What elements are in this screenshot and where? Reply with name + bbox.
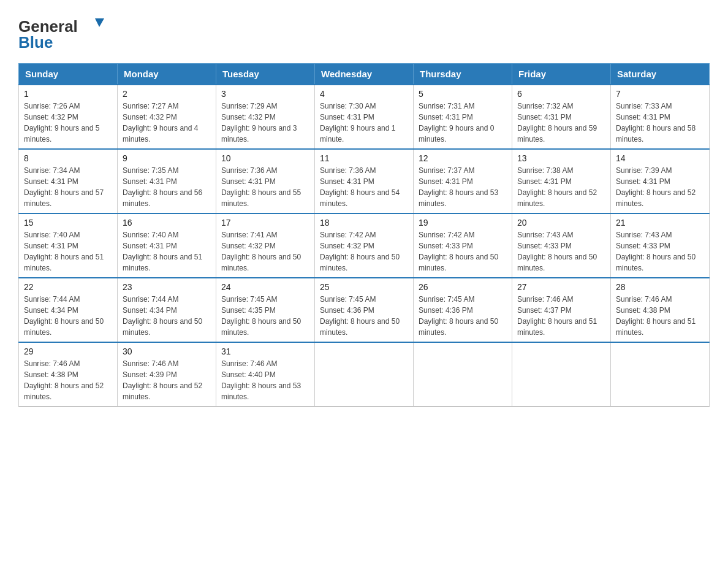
calendar-cell: 21Sunrise: 7:43 AMSunset: 4:33 PMDayligh… bbox=[611, 213, 710, 278]
day-info: Sunrise: 7:26 AMSunset: 4:32 PMDaylight:… bbox=[24, 101, 112, 145]
calendar-cell: 22Sunrise: 7:44 AMSunset: 4:34 PMDayligh… bbox=[19, 278, 118, 342]
day-number: 13 bbox=[517, 153, 605, 163]
day-number: 6 bbox=[517, 89, 605, 99]
calendar-cell: 24Sunrise: 7:45 AMSunset: 4:35 PMDayligh… bbox=[216, 278, 315, 342]
calendar-cell: 11Sunrise: 7:36 AMSunset: 4:31 PMDayligh… bbox=[315, 149, 414, 213]
day-info: Sunrise: 7:39 AMSunset: 4:31 PMDaylight:… bbox=[616, 165, 704, 209]
day-number: 17 bbox=[221, 218, 309, 228]
col-header-tuesday: Tuesday bbox=[216, 64, 315, 85]
calendar-header-row: SundayMondayTuesdayWednesdayThursdayFrid… bbox=[19, 64, 710, 85]
day-info: Sunrise: 7:37 AMSunset: 4:31 PMDaylight:… bbox=[419, 165, 507, 209]
col-header-saturday: Saturday bbox=[611, 64, 710, 85]
page-header: General Blue bbox=[18, 12, 710, 52]
calendar-cell: 13Sunrise: 7:38 AMSunset: 4:31 PMDayligh… bbox=[512, 149, 611, 213]
day-number: 18 bbox=[320, 218, 408, 228]
svg-marker-1 bbox=[95, 18, 104, 27]
week-row-5: 29Sunrise: 7:46 AMSunset: 4:38 PMDayligh… bbox=[19, 342, 710, 407]
logo-svg: General Blue bbox=[18, 12, 104, 52]
day-info: Sunrise: 7:30 AMSunset: 4:31 PMDaylight:… bbox=[320, 101, 408, 145]
day-number: 4 bbox=[320, 89, 408, 99]
col-header-friday: Friday bbox=[512, 64, 611, 85]
calendar-cell: 16Sunrise: 7:40 AMSunset: 4:31 PMDayligh… bbox=[118, 213, 216, 278]
day-info: Sunrise: 7:46 AMSunset: 4:38 PMDaylight:… bbox=[616, 294, 704, 338]
day-number: 29 bbox=[24, 347, 112, 356]
day-number: 16 bbox=[123, 218, 211, 228]
calendar-cell: 15Sunrise: 7:40 AMSunset: 4:31 PMDayligh… bbox=[19, 213, 118, 278]
calendar-cell: 5Sunrise: 7:31 AMSunset: 4:31 PMDaylight… bbox=[414, 85, 512, 149]
day-info: Sunrise: 7:35 AMSunset: 4:31 PMDaylight:… bbox=[123, 165, 211, 209]
calendar-cell: 20Sunrise: 7:43 AMSunset: 4:33 PMDayligh… bbox=[512, 213, 611, 278]
day-info: Sunrise: 7:46 AMSunset: 4:40 PMDaylight:… bbox=[221, 358, 309, 402]
day-number: 30 bbox=[123, 347, 211, 356]
calendar-cell: 12Sunrise: 7:37 AMSunset: 4:31 PMDayligh… bbox=[414, 149, 512, 213]
calendar-cell: 7Sunrise: 7:33 AMSunset: 4:31 PMDaylight… bbox=[611, 85, 710, 149]
day-info: Sunrise: 7:38 AMSunset: 4:31 PMDaylight:… bbox=[517, 165, 605, 209]
day-info: Sunrise: 7:36 AMSunset: 4:31 PMDaylight:… bbox=[221, 165, 309, 209]
day-info: Sunrise: 7:40 AMSunset: 4:31 PMDaylight:… bbox=[24, 229, 112, 274]
calendar-cell: 23Sunrise: 7:44 AMSunset: 4:34 PMDayligh… bbox=[118, 278, 216, 342]
day-info: Sunrise: 7:34 AMSunset: 4:31 PMDaylight:… bbox=[24, 165, 112, 209]
day-info: Sunrise: 7:40 AMSunset: 4:31 PMDaylight:… bbox=[123, 229, 211, 274]
day-number: 19 bbox=[419, 218, 507, 228]
day-number: 10 bbox=[221, 153, 309, 163]
day-number: 20 bbox=[517, 218, 605, 228]
day-number: 15 bbox=[24, 218, 112, 228]
col-header-sunday: Sunday bbox=[19, 64, 118, 85]
calendar-cell: 25Sunrise: 7:45 AMSunset: 4:36 PMDayligh… bbox=[315, 278, 414, 342]
day-info: Sunrise: 7:43 AMSunset: 4:33 PMDaylight:… bbox=[517, 229, 605, 274]
day-info: Sunrise: 7:46 AMSunset: 4:37 PMDaylight:… bbox=[517, 294, 605, 338]
day-info: Sunrise: 7:45 AMSunset: 4:35 PMDaylight:… bbox=[221, 294, 309, 338]
calendar-cell: 31Sunrise: 7:46 AMSunset: 4:40 PMDayligh… bbox=[216, 342, 315, 407]
day-info: Sunrise: 7:27 AMSunset: 4:32 PMDaylight:… bbox=[123, 101, 211, 145]
day-info: Sunrise: 7:33 AMSunset: 4:31 PMDaylight:… bbox=[616, 101, 704, 145]
calendar-cell bbox=[315, 342, 414, 407]
calendar-cell: 8Sunrise: 7:34 AMSunset: 4:31 PMDaylight… bbox=[19, 149, 118, 213]
day-number: 27 bbox=[517, 282, 605, 292]
day-info: Sunrise: 7:29 AMSunset: 4:32 PMDaylight:… bbox=[221, 101, 309, 145]
day-info: Sunrise: 7:44 AMSunset: 4:34 PMDaylight:… bbox=[24, 294, 112, 338]
day-number: 25 bbox=[320, 282, 408, 292]
day-info: Sunrise: 7:42 AMSunset: 4:32 PMDaylight:… bbox=[320, 229, 408, 274]
calendar-cell: 2Sunrise: 7:27 AMSunset: 4:32 PMDaylight… bbox=[118, 85, 216, 149]
day-number: 1 bbox=[24, 89, 112, 99]
calendar-table: SundayMondayTuesdayWednesdayThursdayFrid… bbox=[18, 63, 710, 407]
day-number: 12 bbox=[419, 153, 507, 163]
svg-text:Blue: Blue bbox=[18, 33, 53, 52]
calendar-cell: 3Sunrise: 7:29 AMSunset: 4:32 PMDaylight… bbox=[216, 85, 315, 149]
day-number: 28 bbox=[616, 282, 704, 292]
day-info: Sunrise: 7:31 AMSunset: 4:31 PMDaylight:… bbox=[419, 101, 507, 145]
day-info: Sunrise: 7:45 AMSunset: 4:36 PMDaylight:… bbox=[320, 294, 408, 338]
day-info: Sunrise: 7:41 AMSunset: 4:32 PMDaylight:… bbox=[221, 229, 309, 274]
day-info: Sunrise: 7:46 AMSunset: 4:39 PMDaylight:… bbox=[123, 358, 211, 402]
day-number: 11 bbox=[320, 153, 408, 163]
day-info: Sunrise: 7:42 AMSunset: 4:33 PMDaylight:… bbox=[419, 229, 507, 274]
calendar-cell bbox=[611, 342, 710, 407]
col-header-monday: Monday bbox=[118, 64, 216, 85]
day-info: Sunrise: 7:45 AMSunset: 4:36 PMDaylight:… bbox=[419, 294, 507, 338]
calendar-cell: 1Sunrise: 7:26 AMSunset: 4:32 PMDaylight… bbox=[19, 85, 118, 149]
day-number: 21 bbox=[616, 218, 704, 228]
day-info: Sunrise: 7:36 AMSunset: 4:31 PMDaylight:… bbox=[320, 165, 408, 209]
calendar-cell: 28Sunrise: 7:46 AMSunset: 4:38 PMDayligh… bbox=[611, 278, 710, 342]
calendar-cell: 17Sunrise: 7:41 AMSunset: 4:32 PMDayligh… bbox=[216, 213, 315, 278]
calendar-cell: 10Sunrise: 7:36 AMSunset: 4:31 PMDayligh… bbox=[216, 149, 315, 213]
day-number: 22 bbox=[24, 282, 112, 292]
day-number: 5 bbox=[419, 89, 507, 99]
calendar-cell bbox=[414, 342, 512, 407]
day-number: 9 bbox=[123, 153, 211, 163]
day-number: 3 bbox=[221, 89, 309, 99]
calendar-cell: 6Sunrise: 7:32 AMSunset: 4:31 PMDaylight… bbox=[512, 85, 611, 149]
day-info: Sunrise: 7:46 AMSunset: 4:38 PMDaylight:… bbox=[24, 358, 112, 402]
day-number: 8 bbox=[24, 153, 112, 163]
day-number: 2 bbox=[123, 89, 211, 99]
week-row-4: 22Sunrise: 7:44 AMSunset: 4:34 PMDayligh… bbox=[19, 278, 710, 342]
day-info: Sunrise: 7:32 AMSunset: 4:31 PMDaylight:… bbox=[517, 101, 605, 145]
col-header-wednesday: Wednesday bbox=[315, 64, 414, 85]
day-info: Sunrise: 7:44 AMSunset: 4:34 PMDaylight:… bbox=[123, 294, 211, 338]
calendar-cell: 29Sunrise: 7:46 AMSunset: 4:38 PMDayligh… bbox=[19, 342, 118, 407]
calendar-cell: 19Sunrise: 7:42 AMSunset: 4:33 PMDayligh… bbox=[414, 213, 512, 278]
calendar-cell: 4Sunrise: 7:30 AMSunset: 4:31 PMDaylight… bbox=[315, 85, 414, 149]
day-number: 31 bbox=[221, 347, 309, 356]
day-number: 26 bbox=[419, 282, 507, 292]
week-row-3: 15Sunrise: 7:40 AMSunset: 4:31 PMDayligh… bbox=[19, 213, 710, 278]
